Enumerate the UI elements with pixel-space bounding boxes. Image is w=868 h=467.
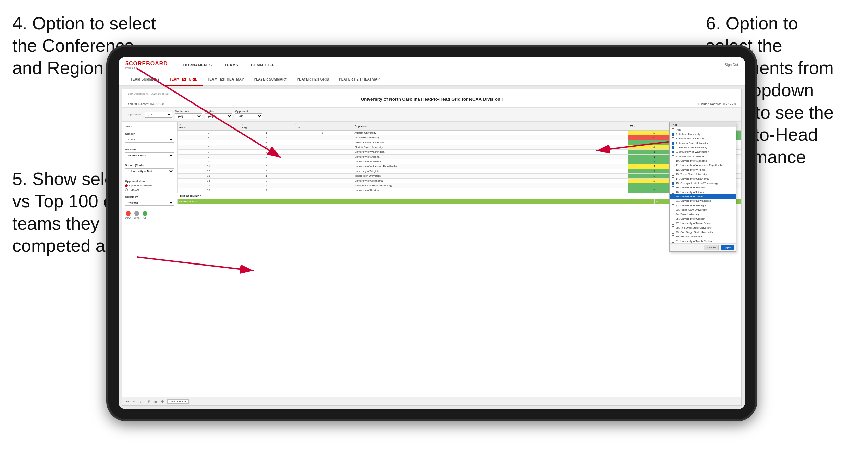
dropdown-checkbox bbox=[672, 235, 674, 238]
nav-tournaments[interactable]: TOURNAMENTS bbox=[175, 57, 218, 73]
table-row: 13 1 Texas Tech University 3 0 bbox=[178, 174, 741, 179]
subnav-team-h2h-grid[interactable]: TEAM H2H GRID bbox=[164, 73, 203, 86]
dropdown-item[interactable]: 15. Georgia Institute of Technology bbox=[670, 181, 736, 185]
cell-rank: 14 bbox=[178, 179, 240, 183]
nav-committee[interactable]: COMMITTEE bbox=[245, 57, 281, 73]
table-row: 8 2 University of Washington 1 0 bbox=[178, 150, 741, 155]
dropdown-item[interactable]: 18. University of Illinois bbox=[670, 190, 736, 194]
cell-reg: 1 bbox=[240, 174, 293, 179]
table-row: 12 3 University of Virginia 2 0 bbox=[178, 169, 741, 174]
h2h-table: #Rank #Reg #Conf Opponent Win Loss bbox=[177, 122, 741, 193]
subnav-player-summary[interactable]: PLAYER SUMMARY bbox=[249, 73, 292, 86]
subnav-player-h2h-heatmap[interactable]: PLAYER H2H HEATMAP bbox=[334, 73, 384, 86]
dropdown-checkbox bbox=[672, 177, 674, 180]
cell-conf bbox=[293, 169, 353, 174]
subnav-team-summary[interactable]: TEAM SUMMARY bbox=[125, 73, 164, 86]
cell-opponent: University of Arizona bbox=[353, 155, 628, 159]
cell-conf bbox=[293, 174, 353, 179]
opponents-label: Opponents: bbox=[128, 113, 142, 116]
report-records: Overall Record: 89 - 17 - 0 Division Rec… bbox=[128, 102, 736, 106]
dropdown-checkbox bbox=[672, 164, 674, 167]
opponent-select[interactable]: (All) bbox=[235, 113, 262, 119]
out-of-division-label: Out of division bbox=[177, 193, 741, 199]
region-select[interactable]: (All) bbox=[205, 113, 232, 119]
dropdown-item[interactable]: 13. Texas Tech University bbox=[670, 172, 736, 176]
cell-opponent: Arizona State University bbox=[353, 140, 628, 145]
dropdown-item[interactable]: 11. University of Arkansas, Fayetteville bbox=[670, 163, 736, 168]
cell-rank: 13 bbox=[178, 174, 240, 179]
division-select[interactable]: NCAA Division I bbox=[125, 152, 174, 158]
dropdown-item[interactable]: 23. Texas A&M University bbox=[670, 208, 736, 212]
subnav-team-h2h-heatmap[interactable]: TEAM H2H HEATMAP bbox=[203, 73, 249, 86]
dropdown-item[interactable]: 20. University of Texas bbox=[670, 194, 736, 199]
opponents-select[interactable]: (All) bbox=[145, 112, 172, 118]
dropdown-item[interactable]: 31. University of North Florida bbox=[670, 239, 736, 243]
dropdown-item[interactable]: 25. University of Oregon bbox=[670, 217, 736, 221]
report-header: Last Updated: 4/... 2024 16:55:38 Univer… bbox=[122, 89, 741, 108]
dropdown-item-label: 11. University of Arkansas, Fayetteville bbox=[676, 164, 723, 167]
dropdown-item-label: 2. Auburn University bbox=[676, 133, 700, 136]
radio-top-100[interactable]: Top 100 bbox=[125, 188, 174, 191]
cell-conf bbox=[293, 188, 353, 193]
sign-out[interactable]: Sign Out bbox=[725, 63, 738, 67]
cell-conf bbox=[293, 159, 353, 164]
dropdown-item[interactable]: 16. University of Florida bbox=[670, 185, 736, 190]
cell-reg: 2 bbox=[240, 145, 293, 150]
dropdown-item[interactable]: 27. University of Notre Dame bbox=[670, 221, 736, 225]
dropdown-item[interactable]: 6. Florida State University bbox=[670, 145, 736, 150]
dropdown-item[interactable]: 22. University of Georgia bbox=[670, 203, 736, 208]
conference-select[interactable]: (All) bbox=[175, 113, 202, 119]
dropdown-item[interactable]: 8. University of Washington bbox=[670, 150, 736, 154]
dropdown-checkbox bbox=[672, 155, 674, 158]
nav-teams[interactable]: TEAMS bbox=[218, 57, 245, 73]
toolbar-redo[interactable]: ↪ bbox=[132, 400, 137, 403]
dropdown-item-label: 3. Vanderbilt University bbox=[676, 137, 704, 140]
toolbar-copy[interactable]: ⎘ bbox=[147, 400, 151, 403]
cell-conf bbox=[293, 183, 353, 188]
nav-links: TOURNAMENTS TEAMS COMMITTEE bbox=[175, 57, 725, 73]
dropdown-item[interactable]: 4. Arizona State University bbox=[670, 141, 736, 145]
cell-conf bbox=[293, 179, 353, 183]
dropdown-checkbox bbox=[672, 200, 674, 202]
sub-nav: TEAM SUMMARY TEAM H2H GRID TEAM H2H HEAT… bbox=[119, 73, 745, 86]
dropdown-item[interactable]: 12. University of Virginia bbox=[670, 168, 736, 172]
cell-rank: 9 bbox=[178, 155, 240, 159]
toolbar-paste[interactable]: ⊞ bbox=[153, 400, 158, 403]
radio-opponents-played[interactable]: Opponents Played bbox=[125, 184, 174, 187]
colour-select[interactable]: Win/loss bbox=[125, 200, 174, 206]
apply-button[interactable]: Apply bbox=[721, 245, 734, 250]
dropdown-item[interactable]: (All) bbox=[670, 127, 736, 132]
legend-level-circle bbox=[134, 211, 139, 216]
dropdown-item[interactable]: 2. Auburn University bbox=[670, 132, 736, 136]
dropdown-item[interactable]: 21. University of New Mexico bbox=[670, 199, 736, 203]
subnav-player-h2h-grid[interactable]: PLAYER H2H GRID bbox=[292, 73, 334, 86]
dropdown-item-label: 4. Arizona State University bbox=[676, 142, 708, 145]
ncaa-d2-row: NCAA Division II 1 0 bbox=[178, 199, 741, 204]
cancel-button[interactable]: Cancel bbox=[704, 245, 719, 250]
sidebar-school-section: School (Rank) 1. University of Nort... bbox=[125, 164, 174, 175]
dropdown-item[interactable]: 9. University of Arizona bbox=[670, 154, 736, 159]
toolbar-undo[interactable]: ↩ bbox=[125, 400, 130, 403]
dropdown-item[interactable]: 30. Purdue University bbox=[670, 234, 736, 239]
cell-opponent: Florida State University bbox=[353, 145, 628, 150]
cell-reg: 2 bbox=[240, 135, 293, 140]
dropdown-item-label: 14. University of Oklahoma bbox=[676, 177, 709, 180]
th-reg: #Reg bbox=[240, 122, 293, 131]
dropdown-item[interactable]: 24. Duke University bbox=[670, 212, 736, 217]
dropdown-item[interactable]: 3. Vanderbilt University bbox=[670, 136, 736, 141]
dropdown-item[interactable]: 10. University of Alabama bbox=[670, 159, 736, 163]
gender-select[interactable]: Men's bbox=[125, 137, 174, 143]
toolbar-back[interactable]: ⟵ bbox=[139, 400, 145, 403]
school-select[interactable]: 1. University of Nort... bbox=[125, 168, 174, 174]
opponent-dropdown: (All) (All)2. Auburn University3. Vander… bbox=[669, 122, 736, 252]
dropdown-checkbox bbox=[672, 133, 674, 136]
th-rank: #Rank bbox=[178, 122, 240, 131]
dropdown-item[interactable]: 29. San Diego State University bbox=[670, 230, 736, 234]
dropdown-item-label: 10. University of Alabama bbox=[676, 159, 707, 162]
toolbar-clock[interactable]: ⏱ bbox=[160, 400, 165, 403]
th-opponent: Opponent bbox=[353, 122, 628, 131]
dropdown-item[interactable]: 28. The Ohio State University bbox=[670, 225, 736, 230]
dropdown-item[interactable]: 14. University of Oklahoma bbox=[670, 176, 736, 181]
report-meta: Last Updated: 4/... 2024 16:55:38 bbox=[128, 92, 736, 95]
cell-opponent: Vanderbilt University bbox=[353, 135, 628, 140]
